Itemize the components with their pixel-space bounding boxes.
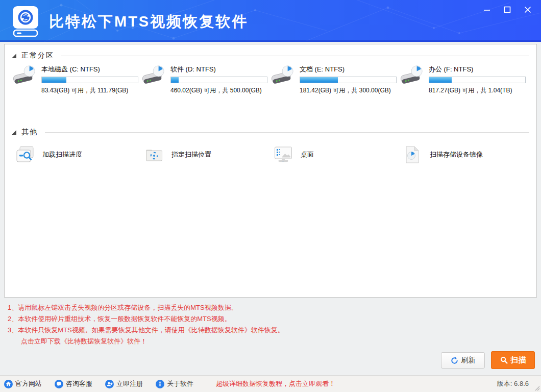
collapse-triangle-icon <box>12 130 16 135</box>
choose-scan-location-icon <box>145 145 163 164</box>
instruction-line-2: 2、本软件使用碎片重组技术，恢复一般数据恢复软件不能恢复的MTS视频。 <box>8 313 284 325</box>
tutorial-link[interactable]: 超级详细数据恢复教程，点击立即观看！ <box>216 379 335 388</box>
usage-bar <box>170 77 267 83</box>
other-item-label: 桌面 <box>301 150 314 159</box>
partition-name: 文档 (E: NTFS) <box>300 65 397 74</box>
footer-link-label: 官方网站 <box>15 379 42 388</box>
app-logo-drive-icon <box>9 4 42 38</box>
partition-item-e[interactable]: 文档 (E: NTFS) 181.42(GB) 可用，共 300.00(GB) <box>271 62 400 97</box>
partition-usage: 460.02(GB) 可用，共 500.00(GB) <box>170 86 267 95</box>
minimize-button[interactable] <box>478 3 496 17</box>
other-item-label: 扫描存储设备镜像 <box>430 150 483 159</box>
partition-usage: 817.27(GB) 可用，共 1.04(TB) <box>429 86 526 95</box>
main-panel: 正常分区 本地磁盘 (C: NTFS) 83.43(GB) 可用，共 111.7… <box>4 44 537 298</box>
download-software-link[interactable]: 点击立即下载《比特数据恢复软件》软件！ <box>8 336 284 347</box>
usage-bar-fill <box>429 77 452 83</box>
refresh-label: 刷新 <box>461 356 476 365</box>
other-item-label: 加载扫描进度 <box>42 150 82 159</box>
load-scan-progress-item[interactable]: 加载扫描进度 <box>13 142 142 167</box>
app-title: 比特松下MTS视频恢复软件 <box>49 12 248 32</box>
refresh-button[interactable]: 刷新 <box>441 352 485 369</box>
footer-link-label: 立即注册 <box>116 379 143 388</box>
refresh-icon <box>451 357 458 364</box>
instruction-line-3: 3、本软件只恢复MTS视频。如果需要恢复其他文件，请使用《比特数据恢复软件》软件… <box>8 325 284 336</box>
register-icon <box>105 380 114 388</box>
disk-image-icon <box>403 145 422 164</box>
scan-disk-image-item[interactable]: 扫描存储设备镜像 <box>400 142 529 167</box>
partition-usage: 83.43(GB) 可用，共 111.79(GB) <box>41 86 138 95</box>
instructions-block: 1、请用鼠标左键双击丢失视频的分区或存储设备，扫描丢失的MTS视频数据。 2、本… <box>8 302 284 347</box>
usage-bar-fill <box>42 77 66 83</box>
official-website-link[interactable]: 官方网站 <box>4 379 42 388</box>
load-scan-progress-icon <box>16 145 34 164</box>
home-icon <box>4 380 13 388</box>
section-divider-line <box>61 56 529 56</box>
window-controls <box>478 3 537 17</box>
about-info-icon <box>156 380 164 388</box>
usage-bar-fill <box>171 77 179 83</box>
footer-link-label: 咨询客服 <box>66 379 92 388</box>
hard-drive-icon <box>13 65 37 87</box>
hard-drive-icon <box>142 65 166 87</box>
partition-name: 软件 (D: NTFS) <box>170 65 267 74</box>
scan-magnifier-icon <box>500 356 508 364</box>
usage-bar <box>41 77 138 83</box>
close-button[interactable] <box>519 3 537 17</box>
section-title: 其他 <box>21 128 38 137</box>
customer-support-link[interactable]: 咨询客服 <box>55 379 92 388</box>
usage-bar-fill <box>300 77 338 83</box>
choose-scan-location-item[interactable]: 指定扫描位置 <box>142 142 271 167</box>
other-item-label: 指定扫描位置 <box>171 150 211 159</box>
hard-drive-icon <box>271 65 296 87</box>
section-title: 正常分区 <box>21 51 54 60</box>
section-header-others[interactable]: 其他 <box>12 127 529 137</box>
desktop-item[interactable]: 桌面 <box>271 142 400 167</box>
footer-link-label: 关于软件 <box>167 379 193 388</box>
instruction-line-1: 1、请用鼠标左键双击丢失视频的分区或存储设备，扫描丢失的MTS视频数据。 <box>8 302 284 313</box>
partition-item-f[interactable]: 办公 (F: NTFS) 817.27(GB) 可用，共 1.04(TB) <box>400 62 529 97</box>
partition-usage: 181.42(GB) 可用，共 300.00(GB) <box>300 86 397 95</box>
desktop-icon <box>274 145 292 164</box>
scan-button[interactable]: 扫描 <box>491 351 535 369</box>
collapse-triangle-icon <box>12 54 16 58</box>
support-icon <box>55 380 63 388</box>
status-bar: 官方网站 咨询客服 立即注册 关于软件 <box>0 375 541 392</box>
partition-name: 本地磁盘 (C: NTFS) <box>41 65 138 74</box>
usage-bar <box>429 77 526 83</box>
maximize-icon <box>504 6 511 13</box>
scan-label: 扫描 <box>511 355 526 365</box>
usage-bar <box>300 77 397 83</box>
hard-drive-icon <box>400 65 425 87</box>
minimize-icon <box>483 6 490 13</box>
partition-list: 本地磁盘 (C: NTFS) 83.43(GB) 可用，共 111.79(GB)… <box>13 62 529 97</box>
others-list: 加载扫描进度 指定扫描位置 <box>13 142 529 167</box>
section-header-partitions[interactable]: 正常分区 <box>12 51 529 61</box>
register-now-link[interactable]: 立即注册 <box>105 379 143 388</box>
section-divider-line <box>45 132 529 133</box>
partition-item-c[interactable]: 本地磁盘 (C: NTFS) 83.43(GB) 可用，共 111.79(GB) <box>13 62 142 97</box>
partition-item-d[interactable]: 软件 (D: NTFS) 460.02(GB) 可用，共 500.00(GB) <box>142 62 271 97</box>
resize-grip[interactable] <box>534 385 540 391</box>
footer-links: 官方网站 咨询客服 立即注册 关于软件 <box>4 379 193 388</box>
about-software-link[interactable]: 关于软件 <box>156 379 193 388</box>
close-icon <box>524 6 531 13</box>
header-bottom-edge <box>0 40 541 42</box>
maximize-button[interactable] <box>498 3 517 17</box>
version-label: 版本: 6.8.6 <box>497 379 529 388</box>
partition-name: 办公 (F: NTFS) <box>429 65 526 74</box>
title-bar: 比特松下MTS视频恢复软件 <box>0 0 541 42</box>
